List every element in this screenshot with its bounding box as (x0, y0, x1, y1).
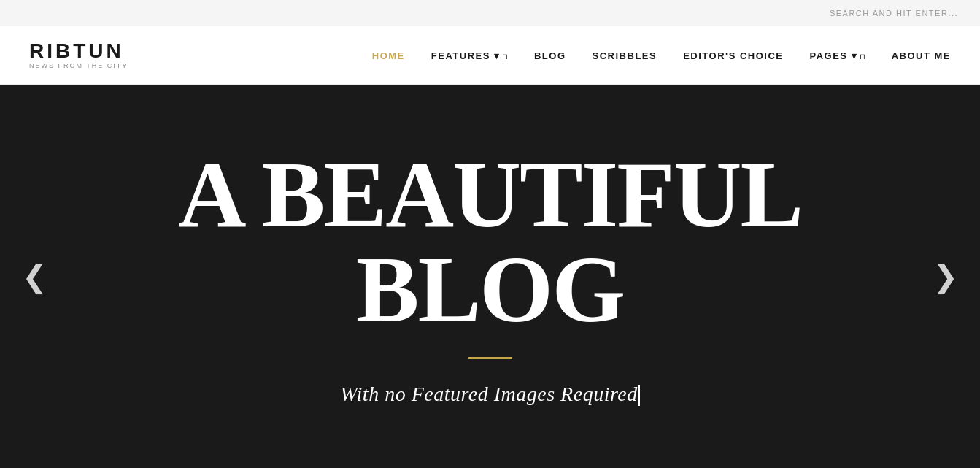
nav-link-scribbles[interactable]: SCRIBBLES (593, 49, 657, 62)
nav-item-about-me[interactable]: ABOUT ME (892, 50, 951, 61)
search-input[interactable] (798, 9, 958, 18)
nav-link-features[interactable]: FEATURES ▾ (431, 49, 508, 62)
nav-link-home[interactable]: HOME (372, 49, 405, 62)
logo-main-text: RIBTUN (29, 41, 128, 61)
nav-item-editors-choice[interactable]: EDITOR'S CHOICE (683, 50, 783, 61)
nav-link-about-me[interactable]: ABOUT ME (892, 49, 951, 62)
site-logo[interactable]: RIBTUN NEWS FROM THE CITY (29, 41, 128, 69)
nav-item-pages[interactable]: PAGES ▾ (809, 50, 857, 61)
nav-menu: HOMEFEATURES ▾BLOGSCRIBBLESEDITOR'S CHOI… (372, 49, 951, 62)
hero-title: A BEAUTIFUL BLOG (58, 147, 922, 337)
nav-link-pages[interactable]: PAGES ▾ (809, 49, 865, 62)
nav-item-features[interactable]: FEATURES ▾ (431, 50, 501, 61)
text-cursor (638, 385, 640, 406)
hero-divider (468, 357, 512, 359)
carousel-next-button[interactable]: ❯ (918, 254, 973, 299)
top-search-bar (0, 0, 980, 26)
carousel-prev-button[interactable]: ❮ (7, 254, 62, 299)
nav-link-editors-choice[interactable]: EDITOR'S CHOICE (683, 49, 783, 62)
nav-item-blog[interactable]: BLOG (534, 50, 566, 61)
hero-subtitle: With no Featured Images Required (340, 383, 639, 407)
logo-sub-text: NEWS FROM THE CITY (29, 63, 128, 69)
nav-link-blog[interactable]: BLOG (534, 49, 566, 62)
nav-item-home[interactable]: HOME (372, 50, 405, 61)
nav-item-scribbles[interactable]: SCRIBBLES (593, 50, 657, 61)
hero-section: ❮ A BEAUTIFUL BLOG With no Featured Imag… (0, 85, 980, 468)
hero-subtitle-text: With no Featured Images Required (340, 383, 637, 405)
navbar: RIBTUN NEWS FROM THE CITY HOMEFEATURES ▾… (0, 26, 980, 85)
